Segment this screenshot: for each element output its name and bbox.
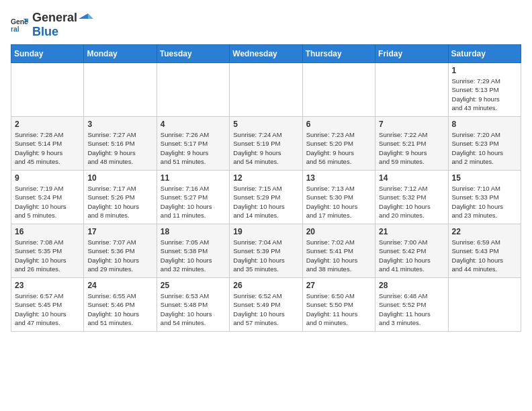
svg-text:ral: ral <box>11 26 19 33</box>
day-number: 15 <box>452 173 517 183</box>
calendar-day-4: 4Sunrise: 7:26 AM Sunset: 5:17 PM Daylig… <box>157 117 229 171</box>
header: Gene ral GeneralBlue <box>11 11 521 39</box>
empty-day-cell <box>157 63 229 117</box>
calendar-day-3: 3Sunrise: 7:27 AM Sunset: 5:16 PM Daylig… <box>84 117 157 171</box>
day-info: Sunrise: 7:05 AM Sunset: 5:38 PM Dayligh… <box>161 238 212 273</box>
day-info: Sunrise: 6:57 AM Sunset: 5:45 PM Dayligh… <box>15 292 66 326</box>
calendar-day-6: 6Sunrise: 7:23 AM Sunset: 5:20 PM Daylig… <box>302 117 375 171</box>
calendar-day-13: 13Sunrise: 7:13 AM Sunset: 5:30 PM Dayli… <box>302 171 375 224</box>
weekday-header-friday: Friday <box>375 45 448 63</box>
day-info: Sunrise: 7:08 AM Sunset: 5:35 PM Dayligh… <box>15 238 66 273</box>
empty-day-cell <box>11 63 84 117</box>
empty-day-cell <box>230 63 302 117</box>
calendar-day-21: 21Sunrise: 7:00 AM Sunset: 5:42 PM Dayli… <box>375 224 448 278</box>
day-info: Sunrise: 6:48 AM Sunset: 5:52 PM Dayligh… <box>379 292 431 326</box>
weekday-header-wednesday: Wednesday <box>230 45 302 63</box>
calendar-day-8: 8Sunrise: 7:20 AM Sunset: 5:23 PM Daylig… <box>448 117 521 171</box>
calendar-day-24: 24Sunrise: 6:55 AM Sunset: 5:46 PM Dayli… <box>84 278 157 332</box>
weekday-header-thursday: Thursday <box>302 45 375 63</box>
calendar-day-5: 5Sunrise: 7:24 AM Sunset: 5:19 PM Daylig… <box>230 117 302 171</box>
day-number: 10 <box>87 173 152 183</box>
calendar-day-12: 12Sunrise: 7:15 AM Sunset: 5:29 PM Dayli… <box>230 171 302 224</box>
calendar-day-7: 7Sunrise: 7:22 AM Sunset: 5:21 PM Daylig… <box>375 117 448 171</box>
day-number: 22 <box>452 227 517 236</box>
day-number: 20 <box>306 227 371 236</box>
day-info: Sunrise: 7:16 AM Sunset: 5:27 PM Dayligh… <box>161 185 212 219</box>
weekday-header-sunday: Sunday <box>11 45 84 63</box>
calendar-day-22: 22Sunrise: 6:59 AM Sunset: 5:43 PM Dayli… <box>448 224 521 278</box>
calendar-day-11: 11Sunrise: 7:16 AM Sunset: 5:27 PM Dayli… <box>157 171 229 224</box>
day-number: 7 <box>379 120 444 129</box>
calendar-day-15: 15Sunrise: 7:10 AM Sunset: 5:33 PM Dayli… <box>448 171 521 224</box>
day-number: 8 <box>452 120 517 129</box>
day-info: Sunrise: 7:12 AM Sunset: 5:32 PM Dayligh… <box>379 185 431 219</box>
day-number: 3 <box>87 120 152 129</box>
day-number: 11 <box>161 173 226 183</box>
calendar-day-26: 26Sunrise: 6:52 AM Sunset: 5:49 PM Dayli… <box>230 278 302 332</box>
calendar-day-18: 18Sunrise: 7:05 AM Sunset: 5:38 PM Dayli… <box>157 224 229 278</box>
calendar-day-23: 23Sunrise: 6:57 AM Sunset: 5:45 PM Dayli… <box>11 278 84 332</box>
day-number: 1 <box>452 66 517 75</box>
day-info: Sunrise: 7:13 AM Sunset: 5:30 PM Dayligh… <box>306 185 358 219</box>
day-info: Sunrise: 7:02 AM Sunset: 5:41 PM Dayligh… <box>306 238 358 273</box>
day-info: Sunrise: 7:04 AM Sunset: 5:39 PM Dayligh… <box>233 238 285 273</box>
day-info: Sunrise: 7:29 AM Sunset: 5:13 PM Dayligh… <box>452 77 500 111</box>
calendar-day-28: 28Sunrise: 6:48 AM Sunset: 5:52 PM Dayli… <box>375 278 448 332</box>
day-info: Sunrise: 7:23 AM Sunset: 5:20 PM Dayligh… <box>306 131 355 165</box>
day-number: 17 <box>87 227 152 236</box>
calendar-week-row: 16Sunrise: 7:08 AM Sunset: 5:35 PM Dayli… <box>11 224 521 278</box>
day-number: 2 <box>15 120 80 129</box>
day-number: 14 <box>379 173 444 183</box>
day-info: Sunrise: 6:53 AM Sunset: 5:48 PM Dayligh… <box>161 292 212 326</box>
calendar-day-9: 9Sunrise: 7:19 AM Sunset: 5:24 PM Daylig… <box>11 171 84 224</box>
day-info: Sunrise: 7:28 AM Sunset: 5:14 PM Dayligh… <box>15 131 63 165</box>
day-number: 19 <box>233 227 298 236</box>
day-info: Sunrise: 7:20 AM Sunset: 5:23 PM Dayligh… <box>452 131 504 165</box>
weekday-header-monday: Monday <box>84 45 157 63</box>
calendar-day-2: 2Sunrise: 7:28 AM Sunset: 5:14 PM Daylig… <box>11 117 84 171</box>
day-number: 6 <box>306 120 371 129</box>
day-info: Sunrise: 7:07 AM Sunset: 5:36 PM Dayligh… <box>87 238 139 273</box>
day-number: 24 <box>87 281 152 290</box>
day-number: 23 <box>15 281 80 290</box>
calendar-day-25: 25Sunrise: 6:53 AM Sunset: 5:48 PM Dayli… <box>157 278 229 332</box>
empty-day-cell <box>302 63 375 117</box>
svg-marker-4 <box>79 13 88 19</box>
calendar-day-1: 1Sunrise: 7:29 AM Sunset: 5:13 PM Daylig… <box>448 63 521 117</box>
weekday-header-saturday: Saturday <box>448 45 521 63</box>
calendar-day-16: 16Sunrise: 7:08 AM Sunset: 5:35 PM Dayli… <box>11 224 84 278</box>
day-number: 21 <box>379 227 444 236</box>
empty-day-cell <box>448 278 521 332</box>
day-info: Sunrise: 7:22 AM Sunset: 5:21 PM Dayligh… <box>379 131 427 165</box>
day-number: 25 <box>161 281 226 290</box>
calendar-table: SundayMondayTuesdayWednesdayThursdayFrid… <box>11 44 521 332</box>
weekday-header-tuesday: Tuesday <box>157 45 229 63</box>
day-number: 26 <box>233 281 298 290</box>
day-info: Sunrise: 6:52 AM Sunset: 5:49 PM Dayligh… <box>233 292 285 326</box>
calendar-day-19: 19Sunrise: 7:04 AM Sunset: 5:39 PM Dayli… <box>230 224 302 278</box>
day-number: 9 <box>15 173 80 183</box>
day-info: Sunrise: 7:15 AM Sunset: 5:29 PM Dayligh… <box>233 185 285 219</box>
day-info: Sunrise: 7:26 AM Sunset: 5:17 PM Dayligh… <box>161 131 209 165</box>
day-info: Sunrise: 7:27 AM Sunset: 5:16 PM Dayligh… <box>87 131 136 165</box>
svg-marker-5 <box>88 13 93 19</box>
day-number: 4 <box>161 120 226 129</box>
day-info: Sunrise: 7:00 AM Sunset: 5:42 PM Dayligh… <box>379 238 431 273</box>
day-info: Sunrise: 7:19 AM Sunset: 5:24 PM Dayligh… <box>15 185 66 219</box>
day-info: Sunrise: 6:50 AM Sunset: 5:50 PM Dayligh… <box>306 292 358 326</box>
calendar-week-row: 9Sunrise: 7:19 AM Sunset: 5:24 PM Daylig… <box>11 171 521 224</box>
empty-day-cell <box>375 63 448 117</box>
day-number: 27 <box>306 281 371 290</box>
day-number: 18 <box>161 227 226 236</box>
calendar-week-row: 23Sunrise: 6:57 AM Sunset: 5:45 PM Dayli… <box>11 278 521 332</box>
calendar-day-20: 20Sunrise: 7:02 AM Sunset: 5:41 PM Dayli… <box>302 224 375 278</box>
day-number: 12 <box>233 173 298 183</box>
day-number: 13 <box>306 173 371 183</box>
day-info: Sunrise: 6:55 AM Sunset: 5:46 PM Dayligh… <box>87 292 139 326</box>
logo: Gene ral GeneralBlue <box>11 11 95 39</box>
calendar-day-27: 27Sunrise: 6:50 AM Sunset: 5:50 PM Dayli… <box>302 278 375 332</box>
calendar-day-10: 10Sunrise: 7:17 AM Sunset: 5:26 PM Dayli… <box>84 171 157 224</box>
calendar-day-17: 17Sunrise: 7:07 AM Sunset: 5:36 PM Dayli… <box>84 224 157 278</box>
day-number: 28 <box>379 281 444 290</box>
calendar-week-row: 2Sunrise: 7:28 AM Sunset: 5:14 PM Daylig… <box>11 117 521 171</box>
